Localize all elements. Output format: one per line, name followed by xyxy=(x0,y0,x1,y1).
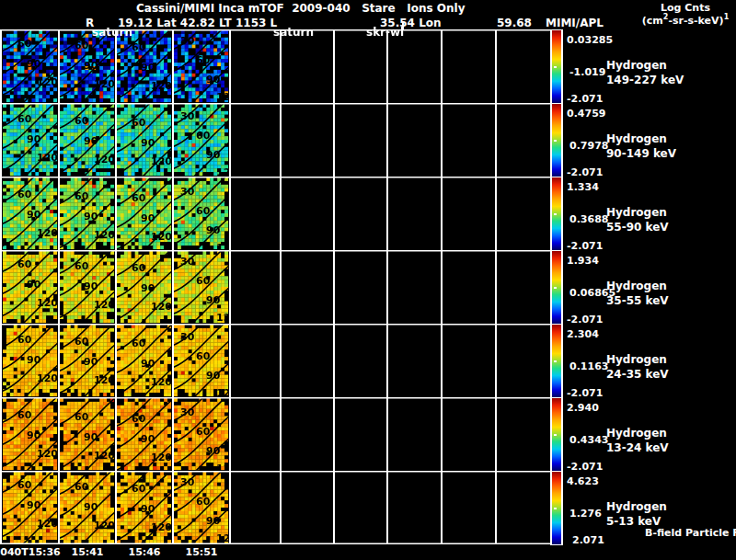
species-label: Hydrogen xyxy=(606,428,667,439)
energy-band-label: 35-55 keV xyxy=(606,295,669,306)
header-coordinates: 19.12 Lat 42.82 LT 1153 L xyxy=(118,17,277,29)
colorbar-mid-value: 1.276 xyxy=(569,509,602,519)
energy-band-label: 13-24 keV xyxy=(606,442,669,453)
time-tick-label: 15:41 xyxy=(71,546,103,558)
colorbar-min-value: -2.071 xyxy=(567,94,603,104)
energy-band-label: 149-227 keV xyxy=(606,74,684,86)
species-label: Hydrogen xyxy=(606,354,667,365)
colorbar-max-value: 2.940 xyxy=(567,403,599,413)
colorbar-mid-tick xyxy=(554,360,557,362)
colorbar-mid-value: 0.7978 xyxy=(569,141,608,151)
time-tick-label: 040T15:36 xyxy=(0,546,60,558)
colorbar-mid-tick xyxy=(554,213,557,215)
colorbar-mid-value: -1.019 xyxy=(569,67,605,77)
header-org: MIMI/APL xyxy=(546,17,604,29)
event-label-skr-wl: skr-wl xyxy=(366,26,404,39)
species-label: Hydrogen xyxy=(606,280,667,291)
colorbar-max-value: 4.623 xyxy=(567,476,599,486)
colorbar-segment xyxy=(550,29,563,103)
colorbar-mid-tick xyxy=(554,140,557,142)
colorbar-min-value: -2.071 xyxy=(567,388,603,398)
bfield-flow-label: B-field Particle Flow xyxy=(645,528,734,539)
colorbar-mid-value: 0.4343 xyxy=(569,435,608,445)
colorbar-stack xyxy=(550,29,563,545)
header-value: 59.68 xyxy=(497,17,532,29)
event-label-saturn: saturn xyxy=(92,26,132,39)
mimi-inca-display: Cassini/MIMI Inca mTOF 2009-040 Stare Io… xyxy=(0,0,736,560)
unit-body: -sr-s-keV) xyxy=(668,15,723,27)
colorbar-max-value: 0.03285 xyxy=(567,35,613,45)
colorbar-max-value: 1.934 xyxy=(567,256,599,266)
species-label: Hydrogen xyxy=(606,60,667,71)
colorbar-min-value: 2.071 xyxy=(572,535,604,545)
event-label-saturn: saturn xyxy=(273,26,314,39)
colorbar-min-value: -2.071 xyxy=(567,314,603,325)
colorbar-segment xyxy=(550,250,563,324)
colorbar-segment xyxy=(550,471,563,544)
energy-band-label: 24-35 keV xyxy=(606,369,669,380)
colorbar-units: (cm2-sr-s-keV)1 xyxy=(635,14,736,26)
species-label: Hydrogen xyxy=(606,133,667,144)
event-tick xyxy=(402,21,404,29)
colorbar-mid-value: 0.1163 xyxy=(569,361,608,371)
colorbar-mid-tick xyxy=(554,508,557,509)
colorbar-max-value: 1.334 xyxy=(567,182,599,192)
species-label: Hydrogen xyxy=(606,207,667,218)
colorbar-min-value: -2.071 xyxy=(567,167,603,177)
time-tick-label: 15:51 xyxy=(185,546,217,558)
unit-exponent: 1 xyxy=(724,13,730,21)
heatmap-panels-canvas xyxy=(0,29,550,544)
energy-band-label: 55-90 keV xyxy=(606,222,669,233)
colorbar-segment xyxy=(550,397,563,471)
energy-band-label: 90-149 keV xyxy=(606,148,676,159)
colorbar-mid-value: 0.3688 xyxy=(569,214,608,224)
page-title: Cassini/MIMI Inca mTOF 2009-040 Stare Io… xyxy=(136,3,465,15)
colorbar-mid-tick xyxy=(554,434,557,436)
colorbar-min-value: -2.071 xyxy=(567,462,603,472)
colorbar-segment xyxy=(550,324,563,397)
time-tick-label: 15:46 xyxy=(128,546,160,558)
colorbar-segment xyxy=(550,103,563,177)
colorbar-max-value: 0.4759 xyxy=(567,109,605,119)
colorbar-max-value: 2.304 xyxy=(567,329,599,339)
colorbar-mid-tick xyxy=(554,66,557,68)
colorbar-min-value: -2.071 xyxy=(567,241,603,251)
species-label: Hydrogen xyxy=(606,501,667,512)
colorbar-title: Log Cnts xyxy=(635,3,736,14)
colorbar-mid-tick xyxy=(554,287,557,289)
energy-band-label: 5-13 keV xyxy=(606,516,661,527)
colorbar-segment xyxy=(550,177,563,250)
unit-prefix: (cm xyxy=(642,15,663,27)
